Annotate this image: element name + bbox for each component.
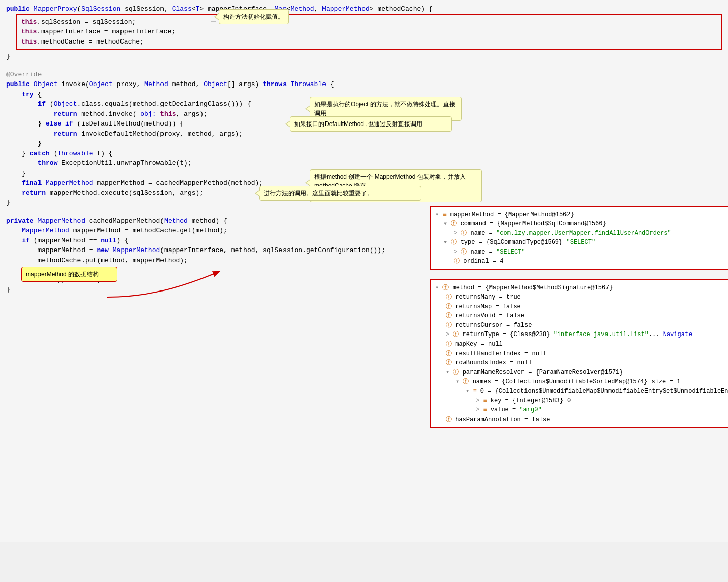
- invoke-if-object-block: if (Object.class.equals(method.getDeclar…: [6, 99, 722, 109]
- tree-return-type: > ⓕ returnType = {Class@238} "interface …: [435, 330, 728, 340]
- code-container: public MapperProxy(SqlSession sqlSession…: [0, 0, 728, 542]
- tree-key: > ≡ key = {Integer@1583} 0: [435, 396, 728, 406]
- annotation-invoke-call: 进行方法的调用。这里面就比较重要了。: [259, 186, 421, 201]
- constructor-red-box: this.sqlSession = sqlSession; this.mappe…: [16, 14, 722, 50]
- annotation-data-structure: mapperMethod 的数据结构: [21, 267, 117, 282]
- tree-has-param: ⓕ hasParamAnnotation = false: [435, 415, 728, 425]
- constructor-close: }: [6, 52, 722, 62]
- invoke-return-block: return mapperMethod.execute(sqlSession, …: [6, 188, 722, 198]
- cached-section: private MapperMethod cachedMapperMethod(…: [6, 216, 722, 538]
- tree-ordinal: ⓕ ordinal = 4: [435, 257, 728, 266]
- tree-returns-cursor: ⓕ returnsCursor = false: [435, 321, 728, 330]
- tree-value: > ≡ value = "arg0": [435, 405, 728, 415]
- debug-lower-tree: ▾ ⓕ method = {MapperMethod$MethodSignatu…: [430, 279, 728, 429]
- tree-row-bounds-index: ⓕ rowBoundsIndex = null: [435, 358, 728, 368]
- invoke-close-if: }: [6, 139, 722, 149]
- tree-returns-map: ⓕ returnsMap = false: [435, 302, 728, 312]
- tree-type-name: > ⓕ name = "SELECT": [435, 247, 728, 257]
- constructor-line-1: this.sqlSession = sqlSession;: [21, 17, 717, 27]
- tree-zero-entry: ▾ ≡ 0 = {Collections$UnmodifiableMap$Unm…: [435, 387, 728, 396]
- constructor-body-block: this.sqlSession = sqlSession; this.mappe…: [16, 14, 722, 50]
- invoke-throw: throw ExceptionUtil.unwrapThrowable(t);: [6, 158, 722, 169]
- tree-mapper-method: ▾ ≡ mapperMethod = {MapperMethod@1562}: [435, 210, 728, 220]
- tree-method: ▾ ⓕ method = {MapperMethod$MethodSignatu…: [435, 283, 728, 293]
- tree-map-key: ⓕ mapKey = null: [435, 340, 728, 349]
- tree-name: > ⓕ name = "com.lzy.mapper.UserMapper.fi…: [435, 229, 728, 238]
- tree-param-name-resolver: ▾ ⓕ paramNameResolver = {ParamNameResolv…: [435, 368, 728, 378]
- tree-returns-void: ⓕ returnsVoid = false: [435, 311, 728, 321]
- invoke-header: public Object invoke(Object proxy, Metho…: [6, 79, 722, 90]
- constructor-header-line: public MapperProxy(SqlSession sqlSession…: [6, 4, 722, 14]
- tree-result-handler-index: ⓕ resultHandlerIndex = null: [435, 349, 728, 359]
- tree-type: ▾ ⓕ type = {SqlCommandType@1569} "SELECT…: [435, 238, 728, 247]
- invoke-elseif-block: } else if (isDefaultMethod(method)) { 如果…: [6, 119, 722, 129]
- tree-command: ▾ ⓕ command = {MapperMethod$SqlCommand@1…: [435, 219, 728, 229]
- annotation-constructor: 构造方法初始化赋值。: [219, 9, 289, 24]
- debug-upper-tree: ▾ ≡ mapperMethod = {MapperMethod@1562} ▾…: [430, 206, 728, 271]
- override-annotation: @Override: [6, 70, 722, 80]
- invoke-catch: } catch (Throwable t) {: [6, 149, 722, 159]
- annotation-default-method: 如果接口的DefaultMethod ,也通过反射直接调用: [290, 116, 452, 132]
- invoke-body-block: try { if (Object.class.equals(method.get…: [6, 90, 722, 198]
- tree-names: ▾ ⓕ names = {Collections$UnmodifiableSor…: [435, 377, 728, 387]
- tree-returns-many: ⓕ returnsMany = true: [435, 293, 728, 302]
- constructor-line-3: this.methodCache = methodCache;: [21, 37, 717, 47]
- constructor-line-2: this.mapperInterface = mapperInterface;: [21, 27, 717, 37]
